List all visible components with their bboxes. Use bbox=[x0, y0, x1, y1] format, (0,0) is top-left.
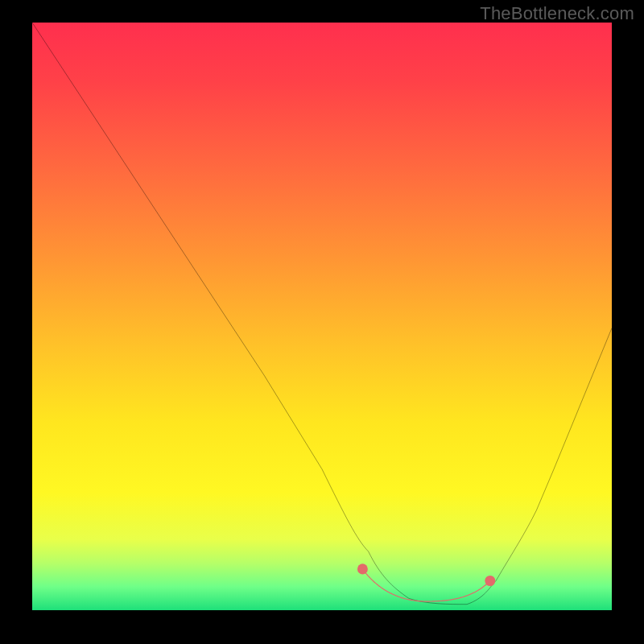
plot-area bbox=[32, 23, 612, 610]
optimum-marker-end-dot bbox=[485, 576, 495, 586]
bottleneck-curve-svg bbox=[32, 23, 612, 610]
chart-frame: TheBottleneck.com bbox=[0, 0, 644, 644]
bottleneck-curve bbox=[32, 23, 612, 605]
optimum-marker-line bbox=[362, 569, 489, 601]
watermark: TheBottleneck.com bbox=[480, 3, 634, 24]
optimum-marker-start-dot bbox=[357, 564, 368, 574]
